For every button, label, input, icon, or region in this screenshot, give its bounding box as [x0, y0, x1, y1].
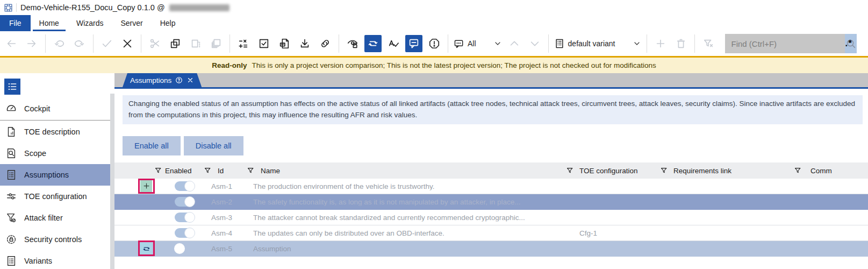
sidebar-menu-button[interactable]: [4, 79, 20, 95]
menu-home[interactable]: Home: [31, 15, 68, 31]
export-pdf-button[interactable]: [276, 35, 293, 52]
comment-icon: [408, 38, 420, 49]
trash-icon: [675, 38, 687, 49]
undo-icon: [53, 38, 65, 49]
row-name[interactable]: The attacker cannot break standardized a…: [253, 213, 859, 221]
link-button[interactable]: [317, 35, 334, 52]
link-icon: [319, 38, 331, 49]
add-button[interactable]: [652, 35, 669, 52]
help-icon[interactable]: [175, 76, 183, 84]
navigate-forward-button[interactable]: [23, 35, 40, 52]
col-toe-configuration[interactable]: TOE configuration: [579, 166, 638, 174]
row-name[interactable]: The updates can only be distributed over…: [253, 229, 859, 237]
sidebar-item-scope[interactable]: Scope: [0, 143, 110, 164]
sidebar: Cockpit TOE description Scope Assumption…: [0, 73, 110, 269]
problems-button[interactable]: [426, 35, 443, 52]
enable-all-button[interactable]: Enable all: [123, 136, 181, 155]
enabled-toggle[interactable]: [175, 244, 195, 253]
assumptions-table: Enabled Id Name TOE configuration Requir…: [114, 162, 868, 257]
undo-button[interactable]: [51, 35, 68, 52]
filter-icon[interactable]: [204, 166, 212, 174]
filter-icon[interactable]: [154, 166, 162, 174]
sidebar-item-toe-configuration[interactable]: TOE configuration: [0, 186, 110, 207]
sidebar-item-cockpit[interactable]: Cockpit: [0, 98, 110, 119]
compare-mode-toggle[interactable]: [364, 35, 382, 52]
variant-list-icon: [5, 255, 17, 267]
clear-filter-button[interactable]: [700, 35, 717, 52]
compare-arrows-icon: [367, 38, 379, 49]
row-name[interactable]: Assumption: [253, 245, 859, 253]
table-row[interactable]: Asm-1 The production environment of the …: [114, 179, 868, 194]
row-add-icon[interactable]: [140, 180, 152, 192]
scrollbar[interactable]: [110, 94, 114, 269]
sidebar-item-security-controls[interactable]: Security controls: [0, 229, 110, 250]
arrow-right-icon: [26, 38, 38, 49]
redo-button[interactable]: [71, 35, 88, 52]
row-id: Asm-5: [211, 245, 232, 253]
apply-button[interactable]: [98, 35, 116, 52]
paste-button[interactable]: [187, 35, 204, 52]
filter-icon[interactable]: [566, 166, 574, 174]
menu-file[interactable]: File: [0, 15, 31, 31]
next-match-button[interactable]: [526, 35, 543, 52]
validate-button[interactable]: [255, 35, 272, 52]
disable-all-button[interactable]: Disable all: [184, 136, 243, 155]
variant-dropdown[interactable]: default variant: [554, 38, 641, 49]
document-search-icon: [5, 147, 17, 159]
close-tab-icon[interactable]: [186, 76, 194, 84]
enabled-toggle[interactable]: [175, 213, 195, 222]
col-enabled[interactable]: Enabled: [165, 166, 192, 174]
menu-wizards[interactable]: Wizards: [68, 15, 112, 31]
filter-icon[interactable]: [794, 166, 802, 174]
compute-diff-button[interactable]: [235, 35, 252, 52]
sidebar-item-toe-description[interactable]: TOE description: [0, 121, 110, 143]
find-input[interactable]: [725, 34, 845, 53]
delete-button[interactable]: [672, 35, 690, 52]
warning-octagon-icon: [428, 38, 440, 49]
variant-list-icon: [554, 38, 565, 49]
col-name[interactable]: Name: [261, 166, 280, 174]
filter-icon[interactable]: [660, 166, 668, 174]
table-row[interactable]: Asm-5 Assumption: [114, 241, 868, 257]
enabled-toggle[interactable]: [175, 197, 195, 207]
sidebar-item-attack-filter[interactable]: Attack filter: [0, 207, 110, 229]
cancel-button[interactable]: [119, 35, 136, 52]
enabled-toggle[interactable]: [175, 181, 195, 191]
tab-assumptions[interactable]: Assumptions: [123, 73, 202, 87]
comments-filter-value: All: [468, 39, 476, 48]
review-visibility-button[interactable]: [344, 35, 361, 52]
row-id: Asm-4: [211, 229, 232, 237]
col-id[interactable]: Id: [218, 166, 224, 174]
document-icon: [5, 126, 17, 138]
comments-filter-dropdown[interactable]: All: [454, 38, 502, 49]
row-sync-icon[interactable]: [140, 243, 152, 254]
regex-toggle[interactable]: .*: [845, 38, 852, 49]
download-button[interactable]: [296, 35, 313, 52]
sidebar-item-assumptions[interactable]: Assumptions: [0, 164, 110, 186]
col-comments[interactable]: Comm: [810, 166, 832, 174]
sidebar-item-label: Assumptions: [24, 171, 69, 179]
sidebar-item-label: Security controls: [24, 235, 82, 244]
col-requirements-link[interactable]: Requirements link: [673, 166, 731, 174]
sidebar-item-variants[interactable]: Variants: [0, 250, 110, 269]
spellcheck-button[interactable]: [385, 35, 402, 52]
sidebar-item-label: Variants: [24, 257, 52, 265]
table-row[interactable]: Asm-4 The updates can only be distribute…: [114, 225, 868, 241]
previous-match-button[interactable]: [506, 35, 523, 52]
cut-button[interactable]: [146, 35, 163, 52]
row-name[interactable]: The safety functionality is, as long as …: [253, 198, 859, 206]
comments-toggle[interactable]: [405, 35, 422, 52]
table-row[interactable]: Asm-3 The attacker cannot break standard…: [114, 210, 868, 225]
menu-help[interactable]: Help: [152, 15, 184, 31]
menu-bar: File Home Wizards Server Help: [0, 15, 868, 31]
navigate-back-button[interactable]: [3, 35, 20, 52]
enabled-toggle[interactable]: [175, 228, 195, 238]
row-name[interactable]: The production environment of the vehicl…: [253, 182, 859, 190]
toolbar: All default variant .*: [0, 31, 868, 56]
duplicate-button[interactable]: [207, 35, 225, 52]
gear-lock-icon: [5, 233, 17, 245]
table-row[interactable]: Asm-2 The safety functionality is, as lo…: [114, 194, 868, 210]
filter-icon[interactable]: [247, 166, 255, 174]
copy-button[interactable]: [167, 35, 184, 52]
menu-server[interactable]: Server: [112, 15, 151, 31]
